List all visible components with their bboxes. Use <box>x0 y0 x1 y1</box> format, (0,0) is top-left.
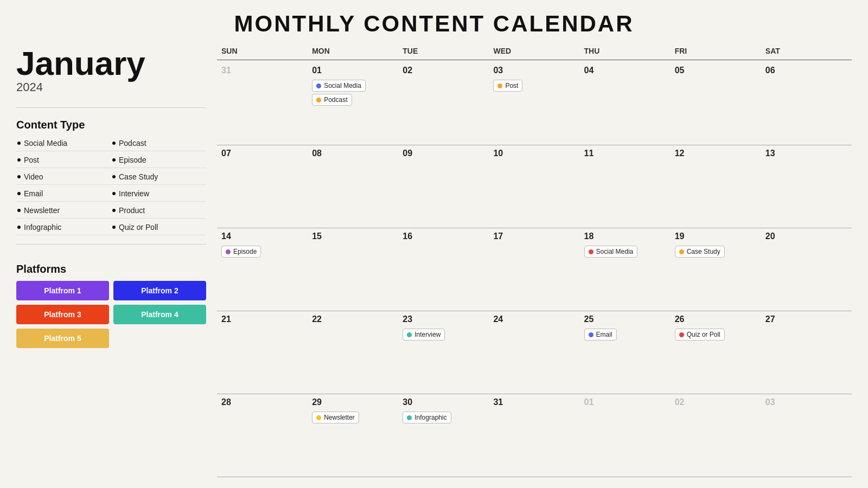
year-label: 2024 <box>16 80 206 94</box>
day-number: 12 <box>675 149 757 158</box>
day-number: 11 <box>584 149 666 158</box>
main-content: January 2024 Content Type Social MediaPo… <box>16 47 852 477</box>
cal-header-fri: FRI <box>671 47 761 60</box>
content-type-label: Interview <box>119 189 149 198</box>
cal-header-mon: MON <box>308 47 398 60</box>
event-label: Post <box>505 82 518 89</box>
platform-button-1[interactable]: Platfrom 1 <box>16 281 109 300</box>
content-type-item: Case Study <box>111 169 206 185</box>
day-number: 18 <box>584 232 666 241</box>
calendar-cell: 31 <box>489 394 579 477</box>
event-dot <box>589 249 593 254</box>
bullet-icon <box>17 142 21 145</box>
content-type-item: Email <box>16 186 111 202</box>
event-label: Case Study <box>687 248 720 255</box>
calendar-cell: 03 <box>761 394 852 477</box>
content-type-label: Infographic <box>24 223 61 232</box>
day-number: 31 <box>221 66 303 75</box>
day-number: 10 <box>493 149 575 158</box>
calendar-cell: 26Quiz or Poll <box>671 311 761 394</box>
platform-button-3[interactable]: Platfrom 3 <box>16 305 109 324</box>
calendar-cell: 07 <box>217 145 308 228</box>
calendar-cell: 22 <box>308 311 398 394</box>
content-type-label: Case Study <box>119 172 158 181</box>
calendar-cell: 08 <box>308 145 398 228</box>
event-badge[interactable]: Social Media <box>584 246 638 258</box>
day-number: 19 <box>675 232 757 241</box>
event-dot <box>679 332 684 337</box>
content-type-item: Infographic <box>16 220 111 235</box>
event-badge[interactable]: Email <box>584 329 617 341</box>
cal-header-tue: TUE <box>398 47 489 60</box>
calendar-cell: 13 <box>761 145 852 228</box>
content-type-label: Video <box>24 172 43 181</box>
calendar-cell: 16 <box>398 228 489 311</box>
bullet-icon <box>112 158 116 162</box>
day-number: 23 <box>403 314 484 324</box>
calendar-cell: 27 <box>761 311 852 394</box>
platform-button-5[interactable]: Platfrom 5 <box>16 329 109 348</box>
calendar-cell: 09 <box>398 145 489 228</box>
event-dot <box>679 249 684 254</box>
day-number: 26 <box>675 314 757 324</box>
content-type-label: Product <box>119 206 145 215</box>
day-number: 20 <box>765 232 847 241</box>
content-type-label: Episode <box>119 156 146 164</box>
event-dot <box>226 249 231 254</box>
day-number: 17 <box>493 232 575 241</box>
calendar-cell: 04 <box>580 62 671 145</box>
day-number: 09 <box>403 149 484 158</box>
calendar-cell: 31 <box>217 62 308 145</box>
day-number: 04 <box>584 66 666 75</box>
content-type-item: Social Media <box>16 136 111 151</box>
event-badge[interactable]: Episode <box>221 246 261 258</box>
event-badge[interactable]: Case Study <box>675 246 725 258</box>
event-badge[interactable]: Quiz or Poll <box>675 329 725 341</box>
event-badge[interactable]: Newsletter <box>312 412 359 423</box>
calendar-cell: 19Case Study <box>671 228 761 311</box>
day-number: 01 <box>312 66 394 75</box>
event-badge[interactable]: Podcast <box>312 94 352 106</box>
event-label: Social Media <box>596 248 634 255</box>
calendar-cell: 15 <box>308 228 398 311</box>
calendar-cell: 05 <box>671 62 761 145</box>
event-dot <box>316 84 321 88</box>
cal-header-sun: SUN <box>217 47 308 60</box>
event-label: Newsletter <box>324 414 355 421</box>
content-type-item: Quiz or Poll <box>111 220 206 235</box>
content-type-label: Email <box>24 189 43 198</box>
bullet-icon <box>17 175 21 178</box>
day-number: 30 <box>403 397 484 407</box>
event-badge[interactable]: Social Media <box>312 80 366 92</box>
bullet-icon <box>112 142 116 145</box>
day-number: 07 <box>221 149 303 158</box>
cal-header-sat: SAT <box>761 47 852 60</box>
content-type-label: Social Media <box>24 139 67 147</box>
day-number: 03 <box>765 397 847 407</box>
calendar-cell: 01 <box>580 394 671 477</box>
platform-button-2[interactable]: Platfrom 2 <box>113 281 206 300</box>
calendar-cell: 30Infographic <box>398 394 489 477</box>
platforms-title: Platforms <box>16 263 206 275</box>
day-number: 06 <box>765 66 847 75</box>
content-type-item: Interview <box>111 186 206 202</box>
event-badge[interactable]: Infographic <box>403 412 451 423</box>
month-label: January <box>16 47 206 80</box>
event-label: Interview <box>414 331 441 338</box>
event-badge[interactable]: Post <box>493 80 522 92</box>
calendar-cell: 11 <box>580 145 671 228</box>
bullet-icon <box>17 192 21 195</box>
calendar-cell: 01Social MediaPodcast <box>308 62 398 145</box>
bullet-icon <box>17 226 21 229</box>
calendar-cell: 06 <box>761 62 852 145</box>
event-dot <box>497 84 502 88</box>
content-type-item: Video <box>16 169 111 185</box>
day-number: 05 <box>675 66 757 75</box>
platform-grid: Platfrom 1Platfrom 2Platfrom 3Platfrom 4… <box>16 281 206 348</box>
day-number: 21 <box>221 314 303 324</box>
event-label: Email <box>596 331 612 338</box>
day-number: 28 <box>221 397 303 407</box>
platform-button-4[interactable]: Platfrom 4 <box>113 305 206 324</box>
event-label: Podcast <box>324 96 347 104</box>
event-badge[interactable]: Interview <box>403 329 445 341</box>
